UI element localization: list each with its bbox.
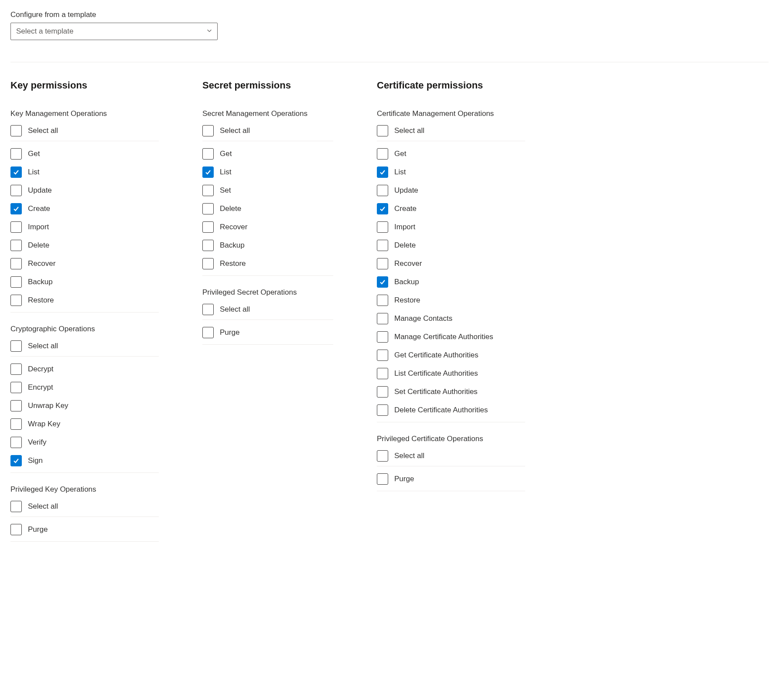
checkbox-set-certificate-authorities[interactable] [377, 386, 388, 398]
checkbox-row-unwrap-key[interactable]: Unwrap Key [10, 397, 159, 415]
template-select[interactable]: Select a template [10, 23, 218, 40]
checkbox-row-delete[interactable]: Delete [377, 236, 525, 255]
checkbox-row-manage-certificate-authorities[interactable]: Manage Certificate Authorities [377, 328, 525, 346]
checkbox-list[interactable] [10, 167, 22, 178]
checkbox-row-import[interactable]: Import [377, 218, 525, 236]
checkbox-recover[interactable] [10, 258, 22, 269]
checkbox-row-purge[interactable]: Purge [10, 520, 159, 539]
checkbox-select-all-cryptographic-operations[interactable] [10, 340, 22, 352]
checkbox-verify[interactable] [10, 437, 22, 448]
checkbox-row-get-certificate-authorities[interactable]: Get Certificate Authorities [377, 346, 525, 364]
select-all-key-management-operations[interactable]: Select all [10, 122, 159, 141]
checkbox-row-wrap-key[interactable]: Wrap Key [10, 415, 159, 433]
checkbox-import[interactable] [377, 221, 388, 233]
checkbox-get[interactable] [10, 148, 22, 160]
checkbox-list[interactable] [377, 167, 388, 178]
checkbox-create[interactable] [10, 203, 22, 214]
checkbox-row-set-certificate-authorities[interactable]: Set Certificate Authorities [377, 383, 525, 401]
checkbox-purge[interactable] [10, 524, 22, 535]
checkbox-delete[interactable] [202, 203, 214, 214]
select-all-privileged-secret-operations[interactable]: Select all [202, 301, 333, 320]
checkbox-row-list-certificate-authorities[interactable]: List Certificate Authorities [377, 364, 525, 383]
checkbox-backup[interactable] [10, 276, 22, 288]
checkbox-update[interactable] [10, 185, 22, 196]
checkbox-label: Update [28, 186, 52, 195]
checkbox-row-delete[interactable]: Delete [10, 236, 159, 255]
checkbox-select-all-privileged-certificate-operations[interactable] [377, 450, 388, 462]
checkbox-row-restore[interactable]: Restore [10, 291, 159, 309]
checkbox-encrypt[interactable] [10, 382, 22, 393]
checkbox-row-encrypt[interactable]: Encrypt [10, 378, 159, 397]
checkbox-unwrap-key[interactable] [10, 400, 22, 411]
checkbox-label: Delete [220, 204, 241, 213]
checkbox-row-decrypt[interactable]: Decrypt [10, 360, 159, 378]
checkbox-delete-certificate-authorities[interactable] [377, 404, 388, 416]
checkbox-select-all-privileged-key-operations[interactable] [10, 501, 22, 512]
checkbox-select-all-privileged-secret-operations[interactable] [202, 304, 214, 315]
checkbox-row-update[interactable]: Update [10, 181, 159, 200]
checkbox-row-create[interactable]: Create [10, 200, 159, 218]
checkbox-import[interactable] [10, 221, 22, 233]
checkbox-decrypt[interactable] [10, 364, 22, 375]
checkbox-purge[interactable] [377, 473, 388, 485]
checkbox-backup[interactable] [377, 276, 388, 288]
checkbox-get[interactable] [377, 148, 388, 160]
checkbox-row-delete[interactable]: Delete [202, 200, 333, 218]
checkbox-list[interactable] [202, 167, 214, 178]
checkbox-recover[interactable] [377, 258, 388, 269]
checkbox-row-restore[interactable]: Restore [377, 291, 525, 309]
checkbox-restore[interactable] [202, 258, 214, 269]
checkbox-row-sign[interactable]: Sign [10, 452, 159, 470]
checkbox-row-delete-certificate-authorities[interactable]: Delete Certificate Authorities [377, 401, 525, 419]
checkbox-list-certificate-authorities[interactable] [377, 368, 388, 379]
select-all-cryptographic-operations[interactable]: Select all [10, 338, 159, 357]
checkbox-sign[interactable] [10, 455, 22, 466]
checkbox-row-manage-contacts[interactable]: Manage Contacts [377, 309, 525, 328]
checkbox-row-recover[interactable]: Recover [10, 255, 159, 273]
checkbox-delete[interactable] [10, 240, 22, 251]
checkbox-manage-certificate-authorities[interactable] [377, 331, 388, 343]
checkbox-restore[interactable] [377, 295, 388, 306]
checkbox-get[interactable] [202, 148, 214, 160]
checkbox-row-list[interactable]: List [202, 163, 333, 181]
checkbox-row-recover[interactable]: Recover [202, 218, 333, 236]
column-certificate-permissions: Certificate permissionsCertificate Manag… [377, 80, 525, 542]
checkbox-row-list[interactable]: List [377, 163, 525, 181]
checkbox-update[interactable] [377, 185, 388, 196]
checkbox-manage-contacts[interactable] [377, 313, 388, 324]
group-title: Privileged Certificate Operations [377, 435, 525, 443]
checkbox-row-backup[interactable]: Backup [10, 273, 159, 291]
checkbox-delete[interactable] [377, 240, 388, 251]
select-all-label: Select all [28, 126, 58, 135]
select-all-privileged-key-operations[interactable]: Select all [10, 498, 159, 517]
checkbox-row-backup[interactable]: Backup [202, 236, 333, 255]
checkbox-row-import[interactable]: Import [10, 218, 159, 236]
checkbox-row-get[interactable]: Get [202, 145, 333, 163]
checkbox-create[interactable] [377, 203, 388, 214]
checkbox-select-all-key-management-operations[interactable] [10, 125, 22, 136]
checkbox-row-verify[interactable]: Verify [10, 433, 159, 452]
checkbox-select-all-certificate-management-operations[interactable] [377, 125, 388, 136]
checkbox-row-recover[interactable]: Recover [377, 255, 525, 273]
checkbox-row-create[interactable]: Create [377, 200, 525, 218]
checkbox-recover[interactable] [202, 221, 214, 233]
select-all-secret-management-operations[interactable]: Select all [202, 122, 333, 141]
checkbox-row-set[interactable]: Set [202, 181, 333, 200]
select-all-certificate-management-operations[interactable]: Select all [377, 122, 525, 141]
checkbox-wrap-key[interactable] [10, 418, 22, 430]
checkbox-set[interactable] [202, 185, 214, 196]
checkbox-row-restore[interactable]: Restore [202, 255, 333, 273]
checkbox-select-all-secret-management-operations[interactable] [202, 125, 214, 136]
checkbox-backup[interactable] [202, 240, 214, 251]
checkbox-row-backup[interactable]: Backup [377, 273, 525, 291]
checkbox-row-purge[interactable]: Purge [377, 470, 525, 488]
checkbox-row-get[interactable]: Get [377, 145, 525, 163]
checkbox-get-certificate-authorities[interactable] [377, 350, 388, 361]
checkbox-row-purge[interactable]: Purge [202, 323, 333, 342]
select-all-privileged-certificate-operations[interactable]: Select all [377, 448, 525, 466]
checkbox-row-update[interactable]: Update [377, 181, 525, 200]
checkbox-row-get[interactable]: Get [10, 145, 159, 163]
checkbox-row-list[interactable]: List [10, 163, 159, 181]
checkbox-restore[interactable] [10, 295, 22, 306]
checkbox-purge[interactable] [202, 327, 214, 338]
